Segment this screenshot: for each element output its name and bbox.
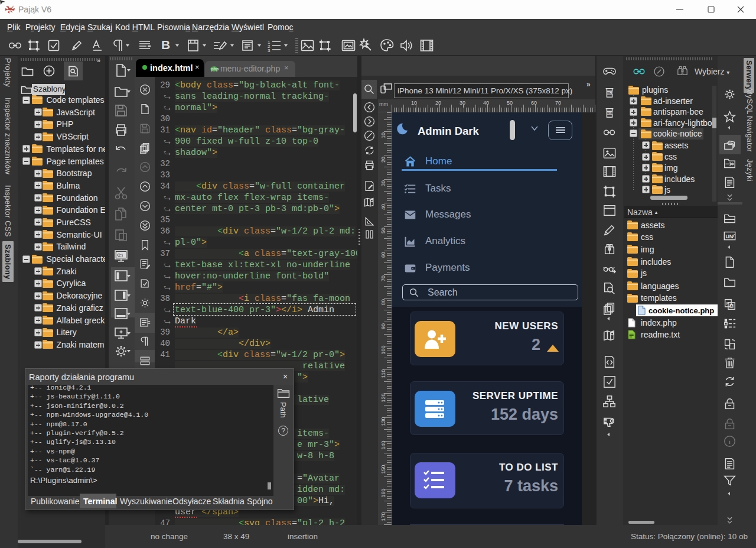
svg-text:A: A <box>731 304 734 308</box>
svg-text:C:\: C:\ <box>118 253 123 257</box>
svg-text:B: B <box>161 38 170 51</box>
svg-text:META: META <box>607 92 615 95</box>
svg-text:BODY: BODY <box>607 112 615 115</box>
svg-text:3: 3 <box>268 48 271 52</box>
svg-text:P: P <box>726 301 729 306</box>
svg-text:php: php <box>211 67 219 72</box>
svg-text:UN: UN <box>726 234 734 239</box>
